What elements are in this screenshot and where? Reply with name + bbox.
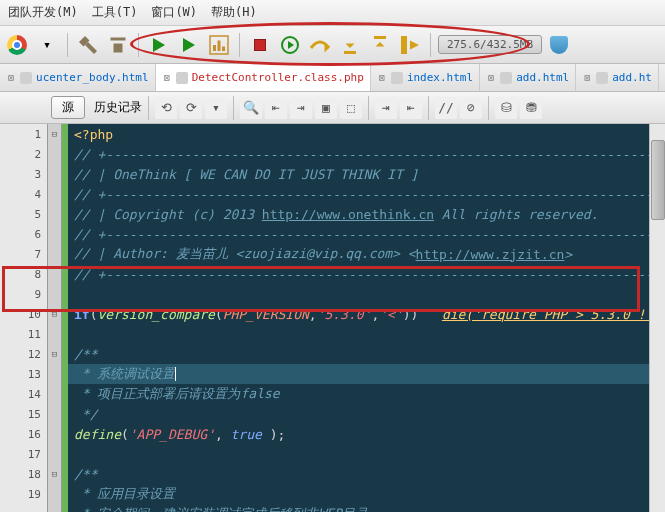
code-text: true bbox=[231, 427, 262, 442]
code-text: * 应用目录设置 bbox=[74, 485, 175, 503]
close-icon[interactable]: ⊠ bbox=[162, 72, 172, 83]
run-to-cursor-button[interactable] bbox=[397, 32, 423, 58]
code-text: > bbox=[564, 247, 572, 262]
scroll-thumb[interactable] bbox=[651, 140, 665, 220]
tab-add2[interactable]: ⊠add.ht bbox=[576, 64, 659, 91]
uncomment-button[interactable]: ⊘ bbox=[460, 97, 482, 119]
menu-tools[interactable]: 工具(T) bbox=[92, 4, 138, 21]
source-button[interactable]: 源 bbox=[51, 96, 85, 119]
fold-marker[interactable]: ⊟ bbox=[48, 344, 61, 364]
profile-button[interactable] bbox=[206, 32, 232, 58]
code-text: <?php bbox=[74, 127, 113, 142]
tab-detect-controller[interactable]: ⊠DetectController.class.php bbox=[156, 64, 371, 91]
fold-marker bbox=[48, 204, 61, 224]
close-icon[interactable]: ⊠ bbox=[377, 72, 387, 83]
code-link: http://www.zjzit.cn bbox=[416, 247, 565, 262]
play-icon bbox=[153, 38, 165, 52]
play-icon bbox=[183, 38, 195, 52]
chrome-button[interactable] bbox=[4, 32, 30, 58]
dropdown-button[interactable]: ▾ bbox=[34, 32, 60, 58]
code-text: 'APP_DEBUG' bbox=[129, 427, 215, 442]
tool-btn-1[interactable]: ⟲ bbox=[155, 97, 177, 119]
menu-window[interactable]: 窗口(W) bbox=[151, 4, 197, 21]
fold-marker bbox=[48, 404, 61, 424]
line-number: 13 bbox=[0, 364, 47, 384]
tool-btn-2[interactable]: ⟳ bbox=[180, 97, 202, 119]
fold-marker bbox=[48, 484, 61, 504]
find-next-button[interactable]: ⇥ bbox=[290, 97, 312, 119]
line-number: 2 bbox=[0, 144, 47, 164]
clean-button[interactable] bbox=[105, 32, 131, 58]
separator bbox=[148, 96, 149, 120]
fold-marker bbox=[48, 184, 61, 204]
tab-add[interactable]: ⊠add.html bbox=[480, 64, 576, 91]
code-text: // +------------------------------------… bbox=[74, 267, 653, 282]
highlight-button[interactable]: ▣ bbox=[315, 97, 337, 119]
code-area[interactable]: <?php // +------------------------------… bbox=[68, 124, 665, 512]
code-text: define bbox=[74, 427, 121, 442]
db2-button[interactable]: ⛃ bbox=[520, 97, 542, 119]
step-over-button[interactable] bbox=[307, 32, 333, 58]
code-editor[interactable]: 12345678910111213141516171819 ⊟⊟⊟⊟ <?php… bbox=[0, 124, 665, 512]
separator bbox=[67, 33, 68, 57]
code-text: // | Copyright (c) 2013 bbox=[74, 207, 262, 222]
line-number: 10 bbox=[0, 304, 47, 324]
memory-indicator[interactable]: 275.6/432.5MB bbox=[438, 35, 542, 54]
separator bbox=[233, 96, 234, 120]
code-text: All rights reserved. bbox=[434, 207, 598, 222]
tab-label: DetectController.class.php bbox=[192, 71, 364, 84]
find-prev-button[interactable]: ⇤ bbox=[265, 97, 287, 119]
fold-marker bbox=[48, 364, 61, 384]
line-number: 1 bbox=[0, 124, 47, 144]
fold-marker bbox=[48, 324, 61, 344]
vertical-scrollbar[interactable] bbox=[649, 124, 665, 512]
code-text: // | OneThink [ WE CAN DO IT JUST THINK … bbox=[74, 167, 418, 182]
gc-button[interactable] bbox=[546, 32, 572, 58]
file-tabs: ⊠ucenter_body.html ⊠DetectController.cla… bbox=[0, 64, 665, 92]
fold-marker bbox=[48, 224, 61, 244]
stop-button[interactable] bbox=[247, 32, 273, 58]
tab-ucenter[interactable]: ⊠ucenter_body.html bbox=[0, 64, 156, 91]
fold-marker bbox=[48, 504, 61, 512]
fold-marker bbox=[48, 144, 61, 164]
history-label[interactable]: 历史记录 bbox=[94, 99, 142, 116]
step-out-button[interactable] bbox=[367, 32, 393, 58]
tab-label: index.html bbox=[407, 71, 473, 84]
tool-btn-3[interactable]: ▾ bbox=[205, 97, 227, 119]
separator bbox=[138, 33, 139, 57]
code-text: * 系统调试设置 bbox=[74, 365, 175, 383]
code-text: /** bbox=[74, 347, 97, 362]
code-text: // | Author: 麦当苗儿 <zuojiazi@vip.qq.com> … bbox=[74, 245, 416, 263]
line-number: 6 bbox=[0, 224, 47, 244]
db-button[interactable]: ⛁ bbox=[495, 97, 517, 119]
fold-marker[interactable]: ⊟ bbox=[48, 124, 61, 144]
fold-column: ⊟⊟⊟⊟ bbox=[48, 124, 62, 512]
file-icon bbox=[391, 72, 403, 84]
line-number: 14 bbox=[0, 384, 47, 404]
select-button[interactable]: ⬚ bbox=[340, 97, 362, 119]
fold-marker bbox=[48, 424, 61, 444]
continue-button[interactable] bbox=[277, 32, 303, 58]
fold-marker[interactable]: ⊟ bbox=[48, 464, 61, 484]
code-text: */ bbox=[74, 407, 97, 422]
find-button[interactable]: 🔍 bbox=[240, 97, 262, 119]
line-number: 18 bbox=[0, 464, 47, 484]
menu-help[interactable]: 帮助(H) bbox=[211, 4, 257, 21]
hammer-button[interactable] bbox=[75, 32, 101, 58]
file-icon bbox=[20, 72, 32, 84]
step-into-button[interactable] bbox=[337, 32, 363, 58]
menu-team[interactable]: 团队开发(M) bbox=[8, 4, 78, 21]
fold-marker bbox=[48, 164, 61, 184]
run-button[interactable] bbox=[146, 32, 172, 58]
comment-button[interactable]: // bbox=[435, 97, 457, 119]
outdent-button[interactable]: ⇤ bbox=[400, 97, 422, 119]
fold-marker bbox=[48, 444, 61, 464]
debug-button[interactable] bbox=[176, 32, 202, 58]
close-icon[interactable]: ⊠ bbox=[6, 72, 16, 83]
close-icon[interactable]: ⊠ bbox=[582, 72, 592, 83]
code-text: if bbox=[74, 307, 90, 322]
fold-marker[interactable]: ⊟ bbox=[48, 304, 61, 324]
tab-index[interactable]: ⊠index.html bbox=[371, 64, 480, 91]
close-icon[interactable]: ⊠ bbox=[486, 72, 496, 83]
indent-button[interactable]: ⇥ bbox=[375, 97, 397, 119]
